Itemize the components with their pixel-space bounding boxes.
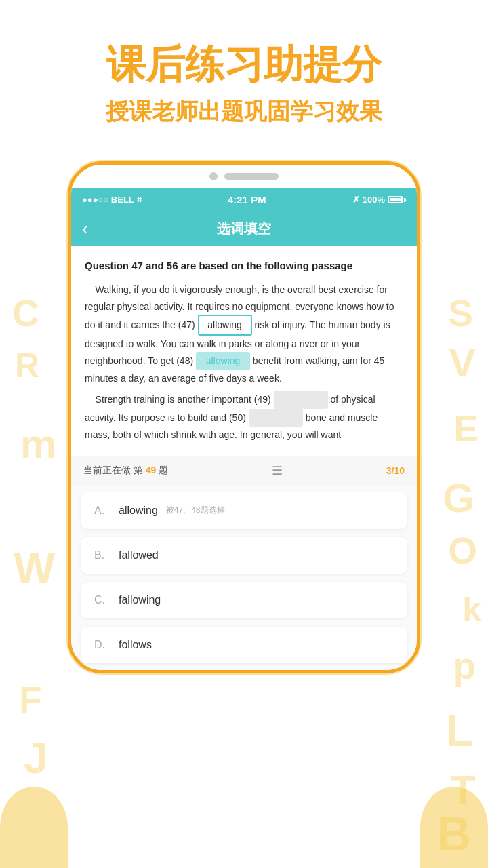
carrier-text: ●●●○○ BELL xyxy=(82,195,134,205)
option-b[interactable]: B. fallowed xyxy=(81,537,407,574)
menu-icon[interactable]: ☰ xyxy=(272,463,283,478)
option-c-text: fallowing xyxy=(119,594,161,606)
status-bar: ●●●○○ BELL ⌗ 4:21 PM ✗ 100% xyxy=(71,188,417,212)
current-label-text: 当前正在做 第 xyxy=(83,465,143,475)
option-a-text: allowing xyxy=(119,505,158,517)
option-d[interactable]: D. follows xyxy=(81,627,407,663)
option-b-letter: B. xyxy=(94,549,108,561)
option-a-tag: 被47、48题选择 xyxy=(166,505,225,516)
blank-47[interactable]: allowing xyxy=(198,315,252,336)
option-c-letter: C. xyxy=(94,594,108,606)
option-c[interactable]: C. fallowing xyxy=(81,582,407,618)
phone-outer: ●●●○○ BELL ⌗ 4:21 PM ✗ 100% ‹ 选词填空 xyxy=(68,161,420,673)
header-section: 课后练习助提分 授课老师出题巩固学习效果 xyxy=(0,0,488,148)
bg-letter-j: J xyxy=(24,732,48,783)
notch-pill xyxy=(224,173,279,180)
status-left: ●●●○○ BELL ⌗ xyxy=(82,195,142,205)
battery-percent: 100% xyxy=(363,195,385,205)
option-b-text: fallowed xyxy=(119,549,159,561)
option-d-text: follows xyxy=(119,639,152,651)
battery-body xyxy=(388,196,403,203)
passage-title: Question 47 and 56 are based on the foll… xyxy=(85,258,403,274)
option-a[interactable]: A. allowing 被47、48题选择 xyxy=(81,492,407,529)
battery-fill xyxy=(390,198,401,201)
bg-letter-t: T xyxy=(451,766,476,813)
bg-letter-b: B xyxy=(436,807,471,861)
content-area: Question 47 and 56 are based on the foll… xyxy=(71,246,417,456)
bottom-status-bar: 当前正在做 第 49 题 ☰ 3/10 xyxy=(71,456,417,486)
battery-icon xyxy=(388,196,406,203)
back-button[interactable]: ‹ xyxy=(82,218,88,239)
sub-title: 授课老师出题巩固学习效果 xyxy=(0,96,488,127)
main-title: 课后练习助提分 xyxy=(0,41,488,88)
notch-dot-1 xyxy=(209,172,218,180)
progress-text: 3/10 xyxy=(386,465,405,476)
option-a-letter: A. xyxy=(94,505,108,517)
bg-letter-l: L xyxy=(446,705,473,756)
bg-shape-right xyxy=(420,787,488,868)
phone-notch xyxy=(71,165,417,188)
passage-text-2: Strength training is another important (… xyxy=(85,391,403,443)
phone-mockup: ●●●○○ BELL ⌗ 4:21 PM ✗ 100% ‹ 选词填空 xyxy=(0,161,488,673)
blank-50[interactable] xyxy=(249,409,303,427)
question-suffix-text: 题 xyxy=(159,465,168,475)
bluetooth-icon: ✗ xyxy=(352,195,360,205)
status-time: 4:21 PM xyxy=(228,194,266,205)
blank-48[interactable]: allowing xyxy=(196,352,250,370)
nav-bar: ‹ 选词填空 xyxy=(71,212,417,246)
wifi-icon: ⌗ xyxy=(137,195,142,205)
battery-tip xyxy=(404,198,406,202)
option-d-letter: D. xyxy=(94,639,108,651)
passage-body: Walking, if you do it vigorously enough,… xyxy=(85,281,403,443)
status-right: ✗ 100% xyxy=(352,195,406,205)
blank-49[interactable] xyxy=(274,391,328,409)
passage-text: Walking, if you do it vigorously enough,… xyxy=(85,281,403,387)
nav-title: 选词填空 xyxy=(217,220,271,238)
bg-shape-left xyxy=(0,787,68,868)
current-question-label: 当前正在做 第 49 题 xyxy=(83,465,168,477)
options-area: A. allowing 被47、48题选择 B. fallowed C. fal… xyxy=(71,486,417,670)
bg-letter-f: F xyxy=(19,678,42,722)
question-number: 49 xyxy=(146,465,157,475)
